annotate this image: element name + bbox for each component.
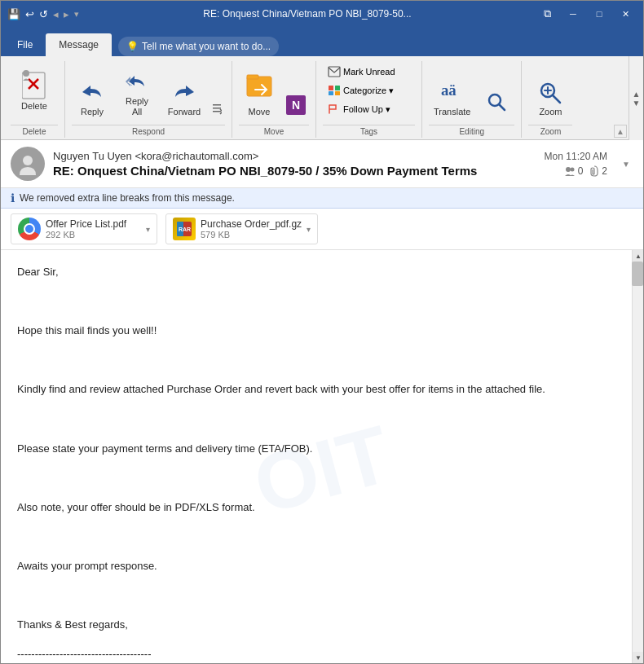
title-bar-left: 💾 ↩ ↺ ◂ ▸ ▾	[7, 8, 79, 20]
ribbon-group-respond: Reply ReplyAll	[65, 61, 232, 138]
reply-icon	[79, 79, 105, 105]
mark-unread-label: Mark Unread	[343, 67, 395, 77]
mark-unread-button[interactable]: Mark Unread	[323, 63, 404, 81]
info-text: We removed extra line breaks from this m…	[20, 192, 235, 204]
svg-text:aä: aä	[441, 81, 457, 99]
close-button[interactable]: ✕	[614, 6, 637, 22]
forward-icon	[171, 79, 197, 105]
svg-rect-10	[329, 67, 340, 77]
main-content: Nguyen Tu Uyen <kora@richautomall.com> R…	[1, 140, 643, 663]
attachment-2-size: 579 KB	[201, 230, 302, 240]
categorize-icon	[328, 84, 341, 97]
body-line-13: Thanks & Best regards,	[17, 616, 624, 634]
attachment-2[interactable]: RAR Purchase Order_pdf.gz 579 KB ▾	[165, 213, 318, 244]
follow-up-button[interactable]: Follow Up ▾	[323, 100, 404, 118]
translate-label: Translate	[434, 107, 470, 117]
search-button[interactable]	[479, 61, 514, 120]
svg-rect-8	[247, 77, 271, 96]
move-label: Move	[249, 107, 271, 117]
attachment-2-dropdown[interactable]: ▾	[307, 225, 311, 234]
follow-up-label: Follow Up ▾	[343, 104, 390, 115]
ribbon-group-move: Move N Move	[232, 61, 316, 138]
body-line-1: Dear Sir,	[17, 263, 624, 281]
minimize-button[interactable]: ─	[562, 6, 584, 22]
email-body-wrapper: OIT Dear Sir, Hope this mail finds you w…	[1, 250, 643, 663]
svg-point-22	[23, 156, 33, 165]
svg-rect-6	[213, 108, 221, 109]
attachments-bar: Offer Price List.pdf 292 KB ▾ RAR Purcha…	[1, 209, 643, 250]
svg-rect-4	[89, 90, 90, 92]
attachment-count: 2	[602, 165, 607, 177]
window-controls: ⧉ ─ □ ✕	[536, 6, 637, 22]
zoom-label: Zoom	[539, 107, 562, 117]
categorize-button[interactable]: Categorize ▾	[323, 81, 404, 99]
ribbon-group-tags: Mark Unread Categori	[316, 61, 422, 138]
tab-file[interactable]: File	[4, 33, 46, 56]
attachment-1-name: Offer Price List.pdf	[46, 218, 141, 230]
tab-bar: File Message 💡 Tell me what you want to …	[1, 27, 643, 56]
people-count: 0	[578, 165, 584, 177]
tab-message[interactable]: Message	[46, 33, 112, 56]
reply-label: Reply	[81, 107, 104, 117]
svg-rect-11	[329, 86, 333, 90]
app-window: 💾 ↩ ↺ ◂ ▸ ▾ RE: Onquest China/Vietnam PO…	[0, 0, 644, 664]
body-line-7: Please state your payment terms and deli…	[17, 440, 624, 458]
lightbulb-icon: 💡	[126, 41, 139, 52]
delete-group-label: Delete	[11, 125, 58, 138]
body-line-4	[17, 351, 624, 369]
zoom-button[interactable]: Zoom	[528, 61, 572, 120]
email-body: OIT Dear Sir, Hope this mail finds you w…	[1, 250, 643, 663]
svg-text:RAR: RAR	[179, 226, 191, 232]
categorize-label: Categorize ▾	[343, 86, 394, 96]
scroll-up-button[interactable]: ▲	[633, 250, 643, 262]
scroll-down-button[interactable]: ▼	[633, 652, 643, 663]
body-line-6	[17, 410, 624, 428]
reply-all-label: ReplyAll	[126, 96, 148, 117]
attachment-1-dropdown[interactable]: ▾	[146, 225, 150, 234]
sender-avatar	[11, 147, 45, 181]
reply-button[interactable]: Reply	[72, 61, 112, 120]
body-line-14: --------------------------------------	[17, 645, 624, 663]
respond-more-button[interactable]	[209, 100, 225, 117]
tell-me-label: Tell me what you want to do...	[142, 41, 271, 52]
ribbon-collapse-button[interactable]: ▲	[614, 125, 627, 138]
ribbon-group-editing: aä Translate	[422, 61, 522, 138]
body-line-9: Also note, your offer should be in PDF/X…	[17, 499, 624, 517]
move-group-label: Move	[239, 125, 309, 138]
tell-me-input[interactable]: 💡 Tell me what you want to do...	[118, 37, 279, 56]
body-line-3: Hope this mail finds you well!!	[17, 322, 624, 340]
translate-icon: aä	[439, 79, 465, 105]
svg-point-3	[23, 70, 29, 77]
zoom-icon	[537, 79, 563, 105]
translate-button[interactable]: aä Translate	[429, 61, 475, 120]
email-subject: RE: Onquest China/Vietnam PO NBI_8079-50…	[53, 164, 536, 178]
delete-button[interactable]: Delete	[11, 61, 58, 120]
mark-unread-icon	[328, 65, 341, 78]
attachment-1[interactable]: Offer Price List.pdf 292 KB ▾	[11, 213, 157, 244]
people-badge: 0	[564, 165, 584, 177]
ribbon: Delete Delete	[1, 56, 643, 140]
window-title: RE: Onquest China/Vietnam PO NBI_8079-50…	[79, 8, 536, 20]
ribbon-group-zoom: Zoom Zoom	[522, 61, 579, 138]
tags-group-label: Tags	[323, 125, 415, 138]
body-line-11: Awaits your prompt response.	[17, 557, 624, 575]
maximize-button[interactable]: □	[588, 6, 611, 22]
restore-button[interactable]: ⧉	[536, 6, 558, 22]
forward-button[interactable]: Forward	[161, 61, 207, 120]
reply-all-button[interactable]: ReplyAll	[114, 61, 160, 120]
ribbon-scroll-button[interactable]: ▲▼	[629, 56, 643, 140]
email-scrollbar[interactable]: ▲ ▼	[632, 250, 643, 663]
svg-line-19	[553, 95, 560, 103]
onenote-button[interactable]: N	[283, 94, 309, 117]
ribbon-group-delete: Delete Delete	[4, 61, 65, 138]
email-meta: Nguyen Tu Uyen <kora@richautomall.com> R…	[53, 150, 536, 178]
follow-up-icon	[328, 103, 341, 116]
info-icon: ℹ	[11, 191, 15, 204]
ribbon-groups: Delete Delete	[1, 59, 629, 139]
search-icon	[483, 90, 509, 116]
move-button[interactable]: Move	[239, 61, 280, 120]
attachment-1-info: Offer Price List.pdf 292 KB	[46, 218, 141, 240]
header-collapse-button[interactable]: ▼	[619, 160, 633, 169]
scroll-thumb[interactable]	[632, 262, 643, 286]
quick-save-icon: 💾 ↩ ↺ ◂ ▸ ▾	[7, 8, 79, 20]
